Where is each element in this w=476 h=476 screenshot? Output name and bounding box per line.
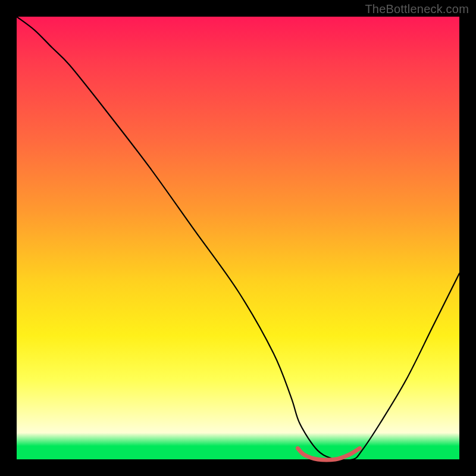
plot-area (17, 17, 459, 459)
watermark-text: TheBottleneck.com (365, 2, 469, 16)
curve-layer (17, 17, 459, 459)
flat-minimum-marker (298, 448, 359, 460)
chart-frame: TheBottleneck.com (0, 0, 476, 476)
bottleneck-curve (17, 17, 459, 461)
